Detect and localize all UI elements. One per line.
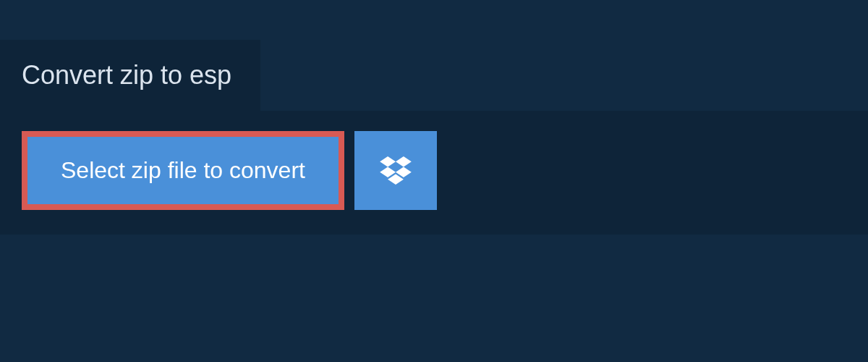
button-row: Select zip file to convert [22,131,846,210]
svg-marker-1 [396,156,412,167]
select-file-button[interactable]: Select zip file to convert [22,131,344,210]
tab-header: Convert zip to esp [0,40,260,111]
dropbox-button[interactable] [354,131,437,210]
tab-title: Convert zip to esp [22,60,231,90]
svg-marker-0 [380,156,396,167]
upload-panel: Select zip file to convert [0,111,868,235]
dropbox-icon [380,156,412,185]
select-file-label: Select zip file to convert [61,157,305,184]
